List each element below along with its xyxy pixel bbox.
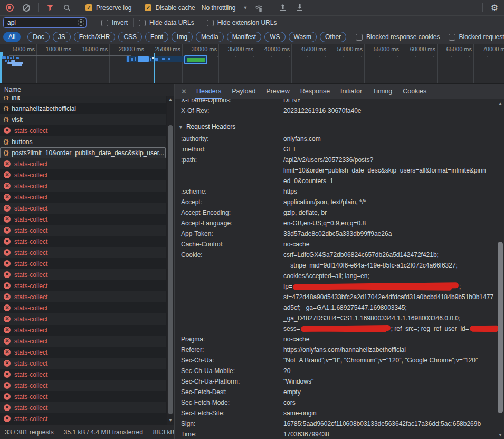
filter-pill-manifest[interactable]: Manifest: [227, 32, 261, 42]
export-har-icon[interactable]: [294, 3, 305, 13]
filter-pill-all[interactable]: All: [3, 32, 21, 42]
settings-gear-icon[interactable]: ⚙: [489, 3, 500, 13]
header-value-text: 33d57ade8c02dbc5a333db99ff9ae26a: [283, 230, 392, 237]
request-row[interactable]: ✕stats-collect: [0, 203, 166, 214]
divider: [24, 33, 24, 42]
request-row[interactable]: ✕stats-collect: [0, 125, 166, 136]
tab-initiator[interactable]: Initiator: [335, 84, 367, 99]
disable-cache-checkbox[interactable]: ✓ Disable cache: [145, 4, 195, 12]
request-row[interactable]: ✕stats-collect: [0, 169, 166, 180]
blocked-response-cookies-checkbox[interactable]: Blocked response cookies: [356, 33, 440, 41]
tab-preview[interactable]: Preview: [261, 84, 294, 99]
blocked-requests-checkbox[interactable]: Blocked requests: [449, 33, 504, 41]
request-row[interactable]: ✕stats-collect: [0, 291, 166, 302]
header-value-text: 202312261916-30670fa40e: [283, 107, 361, 114]
scroll-down-icon[interactable]: ▼: [497, 433, 504, 437]
filter-pill-font[interactable]: Font: [145, 32, 168, 42]
request-row[interactable]: {:}posts?limit=10&order=publish_date_des…: [0, 147, 166, 158]
hide-data-urls-checkbox[interactable]: Hide data URLs: [139, 19, 194, 26]
waterfall-mark: [187, 58, 205, 62]
filter-pill-ws[interactable]: WS: [264, 32, 285, 42]
details-scrollbar[interactable]: ▲ ▼: [497, 99, 504, 439]
request-row[interactable]: ✕stats-collect: [0, 280, 166, 291]
request-row[interactable]: ✕stats-collect: [0, 236, 166, 247]
search-icon[interactable]: [62, 3, 72, 13]
hide-extension-urls-checkbox[interactable]: Hide extension URLs: [207, 19, 277, 26]
request-row[interactable]: {:}buttons: [0, 136, 166, 147]
request-name: stats-collect: [14, 127, 47, 135]
filter-pill-wasm[interactable]: Wasm: [289, 32, 317, 42]
header-name: Referer:: [181, 345, 283, 355]
request-row[interactable]: ✕stats-collect: [0, 358, 166, 369]
scroll-down-icon[interactable]: ▼: [167, 418, 174, 423]
tab-payload[interactable]: Payload: [226, 84, 261, 99]
request-row[interactable]: ✕stats-collect: [0, 269, 166, 280]
request-row[interactable]: ✕stats-collect: [0, 192, 166, 203]
tab-headers[interactable]: Headers: [191, 84, 226, 99]
scroll-up-icon[interactable]: ▲: [497, 101, 504, 106]
hide-extension-urls-label: Hide extension URLs: [217, 19, 277, 26]
preserve-log-checkbox[interactable]: ✓ Preserve log: [85, 4, 131, 12]
clear-button[interactable]: [21, 3, 32, 13]
error-icon: ✕: [4, 304, 11, 311]
header-row: :method:GET: [175, 144, 504, 155]
request-row[interactable]: {:}init: [0, 96, 166, 103]
close-icon[interactable]: ✕: [179, 88, 191, 96]
tab-timing[interactable]: Timing: [367, 84, 397, 99]
preserve-log-label: Preserve log: [96, 4, 131, 12]
error-icon: ✕: [4, 415, 11, 422]
filter-pill-other[interactable]: Other: [320, 32, 346, 42]
request-row[interactable]: ✕stats-collect: [0, 369, 166, 380]
request-row[interactable]: ✕stats-collect: [0, 325, 166, 336]
invert-checkbox[interactable]: Invert: [101, 19, 128, 26]
network-conditions-icon[interactable]: [254, 3, 264, 13]
request-name: hannahelizabethofficial: [12, 105, 76, 112]
request-row[interactable]: ✕stats-collect: [0, 402, 166, 413]
request-row[interactable]: ✕stats-collect: [0, 347, 166, 358]
import-har-icon[interactable]: [278, 3, 288, 13]
section-title: Request Headers: [186, 123, 235, 130]
filter-pill-fetch-xhr[interactable]: Fetch/XHR: [74, 32, 116, 42]
header-value-line: 1703636799438: [283, 429, 329, 439]
request-row[interactable]: ✕stats-collect: [0, 180, 166, 192]
header-value-text: sess=: [283, 325, 300, 332]
header-value-line: GET: [283, 144, 297, 155]
throttling-dropdown[interactable]: No throttling ▼: [202, 4, 248, 12]
name-column-header[interactable]: Name: [0, 84, 174, 96]
timeline-gridline: [36, 44, 37, 84]
scrollbar-thumb[interactable]: [498, 242, 503, 413]
filter-pill-img[interactable]: Img: [172, 32, 193, 42]
tab-response[interactable]: Response: [295, 84, 335, 99]
request-row[interactable]: {:}visit: [0, 114, 166, 125]
filter-pill-doc[interactable]: Doc: [27, 32, 49, 42]
request-row[interactable]: ✕stats-collect: [0, 313, 166, 325]
triangle-expanded-icon: ▼: [178, 125, 183, 130]
tab-cookies[interactable]: Cookies: [397, 84, 432, 99]
request-row[interactable]: ✕stats-collect: [0, 391, 166, 402]
request-row[interactable]: ✕stats-collect: [0, 380, 166, 391]
request-row[interactable]: ✕stats-collect: [0, 258, 166, 269]
error-icon: ✕: [4, 127, 11, 134]
request-row[interactable]: ✕stats-collect: [0, 336, 166, 347]
request-row[interactable]: ✕stats-collect: [0, 247, 166, 258]
request-row[interactable]: ✕stats-collect: [0, 225, 166, 236]
request-row[interactable]: ✕stats-collect: [0, 214, 166, 225]
header-name: Accept:: [181, 197, 283, 207]
filter-pill-css[interactable]: CSS: [118, 32, 142, 42]
scrollbar-thumb[interactable]: [168, 125, 173, 414]
request-row[interactable]: ✕stats-collect: [0, 413, 166, 424]
request-row[interactable]: {:}hannahelizabethofficial: [0, 103, 166, 114]
request-row[interactable]: ✕stats-collect: [0, 158, 166, 169]
filter-pill-media[interactable]: Media: [196, 32, 224, 42]
filter-icon[interactable]: [45, 3, 55, 13]
record-button[interactable]: [4, 3, 15, 13]
request-headers-section-header[interactable]: ▼Request Headers: [175, 120, 504, 133]
clear-filter-icon[interactable]: ✕: [78, 19, 84, 26]
filter-pill-js[interactable]: JS: [53, 32, 71, 42]
filter-input[interactable]: [3, 17, 87, 28]
scroll-up-icon[interactable]: ▲: [167, 97, 174, 102]
request-row[interactable]: ✕stats-collect: [0, 302, 166, 313]
list-scrollbar[interactable]: ▲ ▼: [167, 96, 174, 425]
timeline-tick-label: 70000 ms: [483, 46, 504, 52]
network-overview-timeline[interactable]: 5000 ms10000 ms15000 ms20000 ms25000 ms3…: [0, 44, 504, 84]
